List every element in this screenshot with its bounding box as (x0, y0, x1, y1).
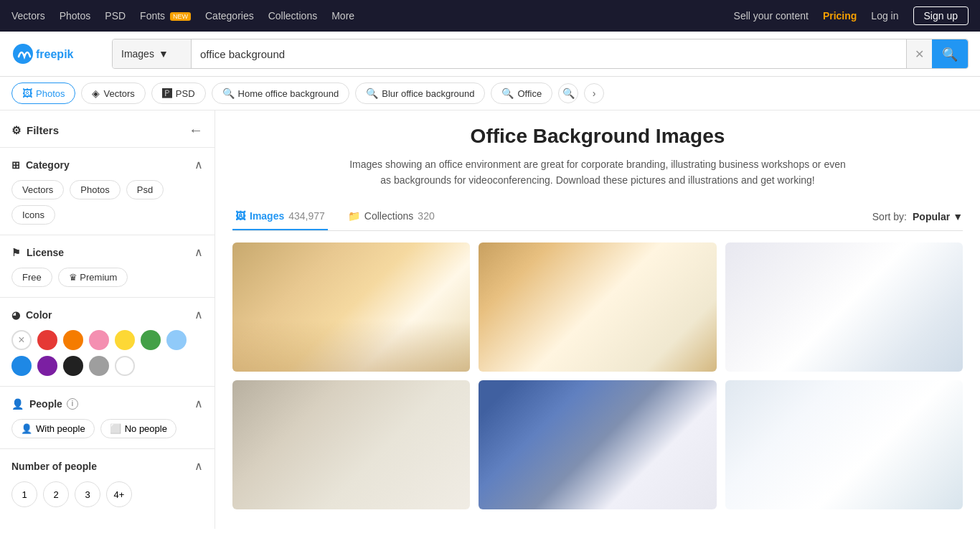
swatch-red[interactable] (37, 330, 57, 350)
tag-premium[interactable]: ♛ Premium (58, 268, 128, 287)
sort-chevron-icon: ▼ (953, 211, 963, 222)
number-of-people-section: Number of people ∧ 1 2 3 4+ (0, 448, 215, 517)
pricing-link[interactable]: Pricing (823, 10, 857, 22)
nav-collections[interactable]: Collections (268, 10, 317, 22)
next-chips-button[interactable]: › (584, 83, 604, 103)
image-3 (725, 242, 963, 372)
nav-fonts[interactable]: Fonts NEW (140, 10, 191, 22)
swatch-yellow[interactable] (115, 330, 135, 350)
swatch-orange[interactable] (63, 330, 83, 350)
crown-icon: ♛ (69, 272, 77, 283)
office-chip-icon: 🔍 (501, 88, 514, 99)
image-6 (725, 380, 963, 509)
swatch-blue[interactable] (11, 356, 32, 376)
num-1-button[interactable]: 1 (11, 481, 37, 507)
color-section-title: ◕ Color (11, 309, 52, 321)
swatch-pink[interactable] (89, 330, 109, 350)
logo[interactable]: freepik (11, 42, 98, 65)
tab-images[interactable]: 🖼 Images 434,977 (232, 203, 328, 230)
tab-collections[interactable]: 📁 Collections 320 (345, 203, 438, 230)
people-icon: 👤 (11, 398, 24, 410)
license-tags: Free ♛ Premium (11, 268, 203, 287)
color-swatches (11, 330, 203, 376)
chip-vectors[interactable]: ◈ Vectors (81, 83, 145, 104)
swatch-green[interactable] (141, 330, 161, 350)
swatch-light-blue[interactable] (166, 330, 187, 350)
category-tags: Vectors Photos Psd Icons (11, 180, 203, 225)
people-info-icon[interactable]: i (67, 398, 78, 410)
tag-photos[interactable]: Photos (70, 180, 120, 199)
image-card-2[interactable] (479, 242, 716, 372)
image-grid (232, 242, 963, 509)
clear-search-button[interactable]: ✕ (906, 39, 932, 68)
content-area: Office Background Images Images showing … (215, 110, 980, 529)
category-section: ⊞ Category ∧ Vectors Photos Psd Icons (0, 147, 215, 235)
vectors-chip-icon: ◈ (92, 88, 100, 99)
nav-more[interactable]: More (331, 10, 354, 22)
num-3-button[interactable]: 3 (75, 481, 100, 507)
chip-office[interactable]: 🔍 Office (491, 83, 552, 104)
image-card-3[interactable] (725, 242, 963, 372)
people-section-title: 👤 People i (11, 398, 78, 410)
search-button[interactable]: 🔍 (932, 39, 968, 69)
num-2-button[interactable]: 2 (43, 481, 69, 507)
nav-categories[interactable]: Categories (205, 10, 254, 22)
image-card-4[interactable] (232, 380, 470, 509)
image-card-5[interactable] (479, 380, 716, 509)
num-4plus-button[interactable]: 4+ (106, 481, 132, 507)
search-type-select[interactable]: Images ▼ (113, 39, 192, 68)
number-of-people-header[interactable]: Number of people ∧ (11, 459, 203, 473)
chip-photos[interactable]: 🖼 Photos (11, 83, 75, 104)
collections-tab-icon: 📁 (348, 210, 360, 222)
page-title: Office Background Images (232, 125, 963, 148)
image-card-1[interactable] (232, 242, 470, 372)
filter-icon: ⚙ (11, 124, 21, 137)
photos-chip-icon: 🖼 (22, 88, 32, 99)
image-card-6[interactable] (725, 380, 963, 509)
page-description: Images showing an office environment are… (347, 156, 849, 189)
license-section: ⚑ License ∧ Free ♛ Premium (0, 235, 215, 297)
home-office-chip-icon: 🔍 (222, 88, 235, 99)
people-chevron-icon: ∧ (194, 397, 203, 410)
swatch-black[interactable] (63, 356, 83, 376)
with-people-button[interactable]: 👤 With people (11, 419, 95, 438)
search-input[interactable] (192, 39, 906, 68)
swatch-white[interactable] (115, 356, 135, 376)
tag-free[interactable]: Free (11, 268, 52, 287)
login-link[interactable]: Log in (871, 10, 898, 22)
people-section-header[interactable]: 👤 People i ∧ (11, 397, 203, 410)
with-people-icon: 👤 (21, 423, 32, 434)
swatch-purple[interactable] (37, 356, 57, 376)
category-icon: ⊞ (11, 159, 20, 171)
number-of-people-title: Number of people (11, 461, 97, 472)
swatch-gray[interactable] (89, 356, 109, 376)
tag-icons[interactable]: Icons (11, 205, 55, 225)
search-bar-area: freepik Images ▼ ✕ 🔍 (0, 32, 980, 77)
license-section-title: ⚑ License (11, 247, 64, 258)
search-icon-chip[interactable]: 🔍 (558, 83, 578, 103)
category-chevron-icon: ∧ (194, 158, 203, 171)
chip-blur-office[interactable]: 🔍 Blur office background (355, 83, 485, 104)
color-section-header[interactable]: ◕ Color ∧ (11, 308, 203, 321)
license-chevron-icon: ∧ (194, 245, 203, 259)
chip-home-office[interactable]: 🔍 Home office background (212, 83, 350, 104)
nav-photos[interactable]: Photos (60, 10, 91, 22)
color-icon: ◕ (11, 309, 20, 321)
people-section: 👤 People i ∧ 👤 With people ⬜ No people (0, 386, 215, 448)
sell-content-link[interactable]: Sell your content (734, 10, 809, 22)
nav-psd[interactable]: PSD (105, 10, 126, 22)
nav-vectors[interactable]: Vectors (11, 10, 45, 22)
people-buttons: 👤 With people ⬜ No people (11, 419, 203, 438)
tag-psd[interactable]: Psd (126, 180, 164, 199)
signup-button[interactable]: Sign up (913, 6, 969, 25)
tag-vectors[interactable]: Vectors (11, 180, 64, 199)
swatch-none[interactable] (11, 330, 32, 350)
no-people-button[interactable]: ⬜ No people (100, 419, 176, 438)
sort-select[interactable]: Popular ▼ (913, 211, 963, 222)
category-section-header[interactable]: ⊞ Category ∧ (11, 158, 203, 171)
image-2 (479, 242, 716, 372)
sort-area: Sort by: Popular ▼ (872, 211, 963, 222)
collapse-sidebar-button[interactable]: ← (189, 122, 203, 138)
license-section-header[interactable]: ⚑ License ∧ (11, 245, 203, 259)
chip-psd[interactable]: 🅿 PSD (151, 83, 206, 104)
